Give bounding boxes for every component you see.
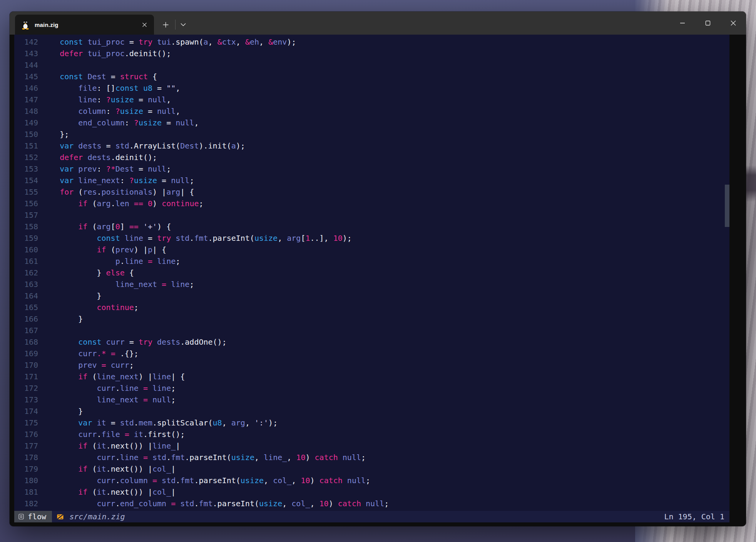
code-line[interactable]: 179 if (it.next()) |col_|	[14, 463, 729, 475]
code-line[interactable]: 150 };	[14, 128, 729, 140]
code-text: if (arg.len == 0) continue;	[41, 198, 204, 209]
line-number: 166	[14, 313, 38, 325]
code-text: curr.* = .{};	[41, 348, 139, 359]
line-number: 147	[14, 94, 38, 105]
close-button[interactable]	[721, 12, 746, 35]
code-line[interactable]: 167	[14, 325, 729, 336]
code-line[interactable]: 160 if (prev) |p| {	[14, 244, 729, 255]
status-bar: flow src/main.zig Ln 195, Col 1	[14, 511, 729, 522]
code-line[interactable]: 145 const Dest = struct {	[14, 71, 729, 82]
line-number: 180	[14, 475, 38, 486]
mode-indicator[interactable]: flow	[14, 511, 52, 522]
code-line[interactable]: 174 }	[14, 405, 729, 417]
code-line[interactable]: 178 curr.line = std.fmt.parseInt(usize, …	[14, 452, 729, 463]
code-text: var dests = std.ArrayList(Dest).init(a);	[41, 140, 245, 152]
line-number: 160	[14, 244, 38, 255]
code-line[interactable]: 155 for (res.positionals) |arg| {	[14, 186, 729, 198]
code-line[interactable]: 153 var prev: ?*Dest = null;	[14, 163, 729, 175]
line-number: 154	[14, 175, 38, 186]
code-text: }	[41, 290, 102, 302]
maximize-button[interactable]	[695, 12, 721, 35]
code-line[interactable]: 180 curr.column = std.fmt.parseInt(usize…	[14, 475, 729, 486]
code-line[interactable]: 182 curr.end_column = std.fmt.parseInt(u…	[14, 498, 729, 509]
line-number: 171	[14, 371, 38, 382]
line-number: 170	[14, 359, 38, 371]
code-line[interactable]: 169 curr.* = .{};	[14, 348, 729, 359]
terminal-window: main.zig	[10, 12, 746, 526]
code-line[interactable]: 146 file: []const u8 = "",	[14, 82, 729, 94]
terminal-body: 142 const tui_proc = try tui.spawn(a, &c…	[10, 35, 746, 526]
new-tab-button[interactable]	[158, 15, 173, 35]
code-line[interactable]: 157	[14, 209, 729, 221]
line-number: 165	[14, 302, 38, 313]
code-text: file: []const u8 = "",	[41, 82, 180, 94]
minimize-button[interactable]	[670, 12, 695, 35]
code-line[interactable]: 159 const line = try std.fmt.parseInt(us…	[14, 232, 729, 244]
code-text: end_column: ?usize = null,	[41, 117, 199, 128]
tux-icon	[21, 20, 30, 30]
code-line[interactable]: 143 defer tui_proc.deinit();	[14, 48, 729, 59]
code-text: curr.end_column = std.fmt.parseInt(usize…	[41, 498, 389, 509]
line-number: 149	[14, 117, 38, 128]
code-line[interactable]: 156 if (arg.len == 0) continue;	[14, 198, 729, 209]
line-number: 142	[14, 36, 38, 48]
code-text: } else {	[41, 267, 134, 279]
code-line[interactable]: 142 const tui_proc = try tui.spawn(a, &c…	[14, 36, 729, 48]
code-line[interactable]: 158 if (arg[0] == '+') {	[14, 221, 729, 232]
code-line[interactable]: 162 } else {	[14, 267, 729, 279]
line-number: 155	[14, 186, 38, 198]
code-text: line: ?usize = null,	[41, 94, 171, 105]
code-text: if (it.next()) |col_|	[41, 463, 176, 475]
code-line[interactable]: 171 if (line_next) |line| {	[14, 371, 729, 382]
code-text: const Dest = struct {	[41, 71, 157, 82]
tab-main-zig[interactable]: main.zig	[15, 15, 154, 35]
code-line[interactable]: 177 if (it.next()) |line_|	[14, 440, 729, 452]
titlebar[interactable]: main.zig	[10, 12, 746, 35]
code-line[interactable]: 147 line: ?usize = null,	[14, 94, 729, 105]
code-line[interactable]: 166 }	[14, 313, 729, 325]
code-line[interactable]: 164 }	[14, 290, 729, 302]
code-line[interactable]: 181 if (it.next()) |col_|	[14, 486, 729, 498]
line-number: 182	[14, 498, 38, 509]
code-line[interactable]: 152 defer dests.deinit();	[14, 152, 729, 163]
file-path: src/main.zig	[69, 512, 125, 521]
code-lines[interactable]: 142 const tui_proc = try tui.spawn(a, &c…	[14, 35, 729, 511]
code-text: p.line = line;	[41, 255, 180, 267]
code-line[interactable]: 172 curr.line = line;	[14, 382, 729, 394]
line-number: 167	[14, 325, 38, 336]
line-number: 159	[14, 232, 38, 244]
code-line[interactable]: 149 end_column: ?usize = null,	[14, 117, 729, 128]
line-number: 145	[14, 71, 38, 82]
line-number: 177	[14, 440, 38, 452]
code-line[interactable]: 173 line_next = null;	[14, 394, 729, 405]
desktop: main.zig	[0, 0, 756, 542]
code-line[interactable]: 163 line_next = line;	[14, 279, 729, 290]
code-line[interactable]: 154 var line_next: ?usize = null;	[14, 175, 729, 186]
code-line[interactable]: 148 column: ?usize = null,	[14, 105, 729, 117]
code-text: curr.line = std.fmt.parseInt(usize, line…	[41, 452, 366, 463]
scrollbar-thumb[interactable]	[725, 185, 729, 227]
code-line[interactable]: 170 prev = curr;	[14, 359, 729, 371]
code-line[interactable]: 176 curr.file = it.first();	[14, 429, 729, 440]
editor[interactable]: 142 const tui_proc = try tui.spawn(a, &c…	[14, 35, 729, 522]
tab-close-icon[interactable]	[139, 20, 149, 30]
code-line[interactable]: 144	[14, 59, 729, 71]
code-text: column: ?usize = null,	[41, 105, 180, 117]
line-number: 150	[14, 128, 38, 140]
code-text: for (res.positionals) |arg| {	[41, 186, 194, 198]
code-line[interactable]: 168 const curr = try dests.addOne();	[14, 336, 729, 348]
line-number: 175	[14, 417, 38, 429]
code-text: line_next = line;	[41, 279, 194, 290]
line-number: 174	[14, 405, 38, 417]
code-text: continue;	[41, 302, 139, 313]
cursor-position: Ln 195, Col 1	[664, 512, 724, 521]
code-line[interactable]: 175 var it = std.mem.splitScalar(u8, arg…	[14, 417, 729, 429]
code-text: defer dests.deinit();	[41, 152, 157, 163]
tab-dropdown-button[interactable]	[176, 15, 191, 35]
code-text: const curr = try dests.addOne();	[41, 336, 227, 348]
code-line[interactable]: 165 continue;	[14, 302, 729, 313]
line-number: 178	[14, 452, 38, 463]
line-number: 179	[14, 463, 38, 475]
code-line[interactable]: 161 p.line = line;	[14, 255, 729, 267]
code-line[interactable]: 151 var dests = std.ArrayList(Dest).init…	[14, 140, 729, 152]
